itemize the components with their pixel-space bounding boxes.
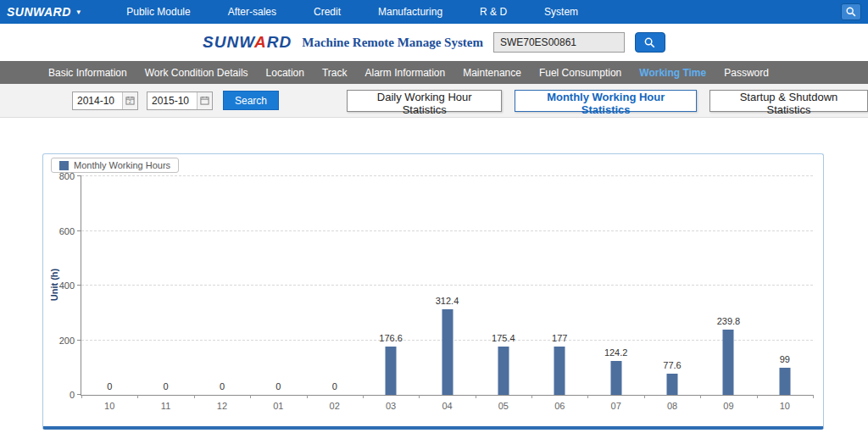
- chart-panel: Monthly Working Hours Unit (h) 020040060…: [42, 153, 824, 430]
- search-button[interactable]: Search: [223, 91, 279, 110]
- top-nav-bar: SUNWARD ▼ Public Module After-sales Cred…: [0, 0, 868, 24]
- svg-text:2: 2: [129, 99, 131, 104]
- top-nav-item-public-module[interactable]: Public Module: [126, 6, 190, 18]
- y-tick-mark: [77, 285, 81, 286]
- top-nav-item-manufacturing[interactable]: Manufacturing: [378, 6, 442, 18]
- bar-value-label: 176.6: [379, 333, 403, 343]
- bar-value-label: 312.4: [436, 296, 459, 306]
- bar-value-label: 0: [220, 381, 225, 391]
- x-tick-mark: [700, 395, 701, 398]
- bar-value-label: 0: [275, 381, 281, 391]
- top-nav-item-credit[interactable]: Credit: [314, 6, 341, 18]
- y-tick-label: 0: [70, 390, 75, 400]
- x-tick-mark: [250, 395, 251, 398]
- bar-value-label: 0: [164, 381, 169, 391]
- monthly-working-hour-statistics-button[interactable]: Monthly Working Hour Statistics: [515, 90, 697, 112]
- date-to-input[interactable]: [147, 92, 197, 109]
- top-nav-item-after-sales[interactable]: After-sales: [228, 6, 276, 18]
- x-tick-mark: [757, 395, 758, 398]
- top-search-button[interactable]: [841, 3, 861, 20]
- top-nav-item-rd[interactable]: R & D: [480, 6, 507, 18]
- tab-password[interactable]: Password: [724, 67, 769, 79]
- date-from-calendar-button[interactable]: 2: [122, 92, 137, 109]
- y-tick-mark: [77, 230, 81, 231]
- header-search-button[interactable]: [635, 32, 665, 53]
- y-gridline: [81, 230, 813, 231]
- tab-working-time[interactable]: Working Time: [639, 67, 706, 79]
- tab-location[interactable]: Location: [266, 67, 304, 79]
- calendar-icon: 2: [125, 96, 135, 105]
- x-tick-label: 05: [498, 401, 509, 411]
- x-tick-mark: [531, 395, 532, 398]
- bar: [667, 374, 678, 395]
- chevron-down-icon: ▼: [75, 8, 82, 16]
- x-tick-mark: [476, 395, 476, 398]
- page-title: Machine Remote Manage System: [302, 36, 483, 50]
- legend-swatch: [59, 161, 69, 170]
- x-tick-mark: [813, 395, 814, 398]
- tab-track[interactable]: Track: [322, 67, 348, 79]
- legend-label: Monthly Working Hours: [74, 160, 170, 170]
- x-tick-mark: [419, 395, 420, 398]
- date-from-box: 2: [72, 92, 138, 110]
- bar-value-label: 124.2: [604, 347, 628, 358]
- y-tick-label: 600: [59, 226, 75, 236]
- y-tick-mark: [77, 340, 81, 341]
- startup-shutdown-statistics-button[interactable]: Startup & Shutdown Statistics: [709, 90, 868, 112]
- tab-maintenance[interactable]: Maintenance: [463, 67, 521, 79]
- brand-logo-suffix: RD: [267, 33, 292, 51]
- bar-value-label: 99: [780, 354, 790, 364]
- x-tick-label: 07: [611, 401, 621, 411]
- bar-value-label: 0: [107, 381, 112, 391]
- bar: [442, 309, 453, 395]
- x-tick-mark: [307, 395, 308, 398]
- machine-id-input[interactable]: [493, 32, 625, 53]
- x-tick-label: 06: [554, 401, 565, 411]
- tab-work-condition-details[interactable]: Work Condition Details: [145, 67, 248, 79]
- chart-legend[interactable]: Monthly Working Hours: [51, 158, 179, 173]
- section-tab-bar: Basic Information Work Condition Details…: [0, 61, 868, 84]
- daily-working-hour-statistics-button[interactable]: Daily Working Hour Statistics: [347, 90, 502, 112]
- tab-alarm-information[interactable]: Alarm Information: [364, 67, 445, 79]
- brand-logo-accent: A: [254, 33, 267, 51]
- date-from-input[interactable]: [73, 92, 122, 109]
- statistics-button-group: Daily Working Hour Statistics Monthly Wo…: [347, 90, 868, 112]
- bar-value-label: 0: [332, 381, 337, 391]
- x-tick-label: 10: [780, 401, 790, 411]
- bar: [779, 368, 790, 395]
- bar-value-label: 239.8: [717, 316, 741, 326]
- bar: [554, 347, 565, 395]
- x-tick-label: 04: [442, 401, 452, 411]
- x-tick-label: 09: [723, 401, 733, 411]
- bar: [610, 361, 621, 395]
- sunward-logo[interactable]: SUNWARD ▼: [7, 5, 82, 19]
- x-tick-label: 02: [330, 401, 340, 411]
- brand-logo: SUNWARD: [203, 33, 292, 52]
- x-tick-mark: [587, 395, 588, 398]
- bar: [498, 347, 509, 395]
- filter-toolbar: 2 Search Daily Working Hour Statistics M…: [0, 84, 868, 118]
- search-icon: [643, 36, 656, 49]
- date-to-calendar-button[interactable]: [197, 92, 212, 109]
- x-tick-mark: [81, 395, 82, 398]
- app-header: SUNWARD Machine Remote Manage System: [0, 24, 868, 61]
- x-tick-label: 11: [161, 401, 170, 411]
- top-nav-menu: Public Module After-sales Credit Manufac…: [126, 6, 578, 18]
- x-tick-mark: [644, 395, 645, 398]
- y-tick-mark: [77, 175, 81, 176]
- bar: [723, 330, 734, 395]
- bar-value-label: 177: [552, 333, 567, 343]
- x-tick-mark: [137, 395, 138, 398]
- bar: [386, 347, 397, 395]
- sunward-logo-text: SUNWARD: [7, 5, 71, 19]
- date-to-box: [147, 92, 213, 110]
- top-nav-item-system[interactable]: System: [544, 6, 578, 18]
- tab-basic-information[interactable]: Basic Information: [48, 67, 127, 79]
- brand-logo-prefix: SUNW: [203, 33, 254, 51]
- y-tick-label: 200: [59, 336, 75, 346]
- x-tick-mark: [363, 395, 364, 398]
- x-tick-label: 01: [273, 401, 283, 411]
- y-tick-label: 400: [59, 280, 75, 291]
- tab-fuel-consumption[interactable]: Fuel Consumption: [539, 67, 621, 79]
- calendar-icon: [200, 96, 209, 105]
